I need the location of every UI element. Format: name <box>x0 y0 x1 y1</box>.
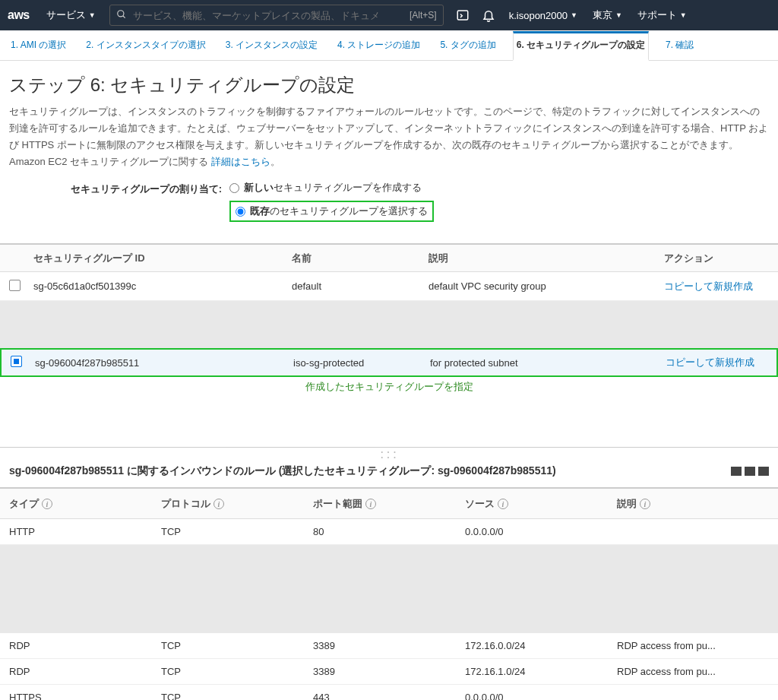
svg-line-1 <box>122 15 125 17</box>
info-icon[interactable]: i <box>365 499 376 509</box>
info-icon[interactable]: i <box>640 499 650 509</box>
wiz-tab-review[interactable]: 7. 確認 <box>663 31 697 59</box>
copy-new-link[interactable]: コピーして新規作成 <box>666 356 754 368</box>
aws-logo[interactable]: aws <box>8 8 30 22</box>
cloudshell-icon[interactable] <box>456 8 470 22</box>
wiz-tab-sg[interactable]: 6. セキュリティグループの設定 <box>513 31 649 61</box>
services-menu[interactable]: サービス▼ <box>39 8 103 22</box>
sg-table: セキュリティグループ ID 名前 説明 アクション sg-05c6d1a0cf5… <box>0 243 778 377</box>
search-hint: [Alt+S] <box>410 10 443 21</box>
wiz-tab-type[interactable]: 2. インスタンスタイプの選択 <box>83 31 208 59</box>
sg-row-selected[interactable]: sg-096004f287b985511 iso-sg-protected fo… <box>0 348 778 377</box>
sg-checkbox[interactable] <box>9 280 21 291</box>
user-menu[interactable]: k.isopon2000▼ <box>501 10 585 21</box>
panel-divider[interactable]: • • •• • • <box>0 447 778 461</box>
rules-table: タイプi プロトコルi ポート範囲i ソースi 説明i HTTPTCP800.0… <box>0 487 778 700</box>
info-icon[interactable]: i <box>42 499 52 509</box>
opt-select-existing[interactable]: 既存のセキュリティグループを選択する <box>229 201 434 222</box>
col-sg-id: セキュリティグループ ID <box>33 252 292 265</box>
wizard-tabs: 1. AMI の選択 2. インスタンスタイプの選択 3. インスタンスの設定 … <box>0 30 778 61</box>
sg-checkbox[interactable] <box>11 356 22 367</box>
copy-new-link[interactable]: コピーして新規作成 <box>664 280 753 292</box>
wiz-tab-ami[interactable]: 1. AMI の選択 <box>8 31 69 59</box>
learn-more-link[interactable]: 詳細はこちら <box>211 156 270 167</box>
assign-label: セキュリティグループの割り当て: <box>9 181 229 196</box>
annotation: 作成したセキュリティグループを指定 <box>0 375 778 447</box>
bell-icon[interactable] <box>482 8 495 22</box>
rule-row: HTTPTCP800.0.0.0/0 <box>0 519 778 545</box>
rule-row: RDPTCP3389172.16.1.0/24RDP access from p… <box>0 659 778 685</box>
support-menu[interactable]: サポート▼ <box>630 8 694 22</box>
search-input[interactable] <box>133 10 410 21</box>
region-menu[interactable]: 東京▼ <box>585 8 630 22</box>
col-sg-action: アクション <box>664 252 755 265</box>
rule-row: HTTPSTCP4430.0.0.0/0 <box>0 685 778 700</box>
wiz-tab-config[interactable]: 3. インスタンスの設定 <box>223 31 321 59</box>
col-sg-desc: 説明 <box>429 252 664 265</box>
search-icon <box>110 9 133 22</box>
svg-point-0 <box>117 10 123 16</box>
wiz-tab-storage[interactable]: 4. ストレージの追加 <box>334 31 423 59</box>
info-icon[interactable]: i <box>213 499 224 509</box>
sg-row[interactable]: sg-05c6d1a0cf501399c default default VPC… <box>0 272 778 301</box>
search-box[interactable]: [Alt+S] <box>109 5 444 26</box>
col-sg-name: 名前 <box>292 252 429 265</box>
panel-layout-icons[interactable] <box>731 467 769 476</box>
wiz-tab-tags[interactable]: 5. タグの追加 <box>437 31 498 59</box>
inbound-title: sg-096004f287b985511 に関するインバウンドのルール (選択し… <box>9 464 556 478</box>
top-nav: aws サービス▼ [Alt+S] k.isopon2000▼ 東京▼ サポート… <box>0 0 778 30</box>
rule-row: RDPTCP3389172.16.0.0/24RDP access from p… <box>0 633 778 659</box>
svg-rect-2 <box>457 11 468 20</box>
page-desc: セキュリティグループは、インスタンスのトラフィックを制御するファイアウォールのル… <box>9 103 769 170</box>
page-title: ステップ 6: セキュリティグループの設定 <box>9 73 769 97</box>
info-icon[interactable]: i <box>498 499 508 509</box>
opt-create-new[interactable]: 新しいセキュリティグループを作成する <box>229 181 434 195</box>
